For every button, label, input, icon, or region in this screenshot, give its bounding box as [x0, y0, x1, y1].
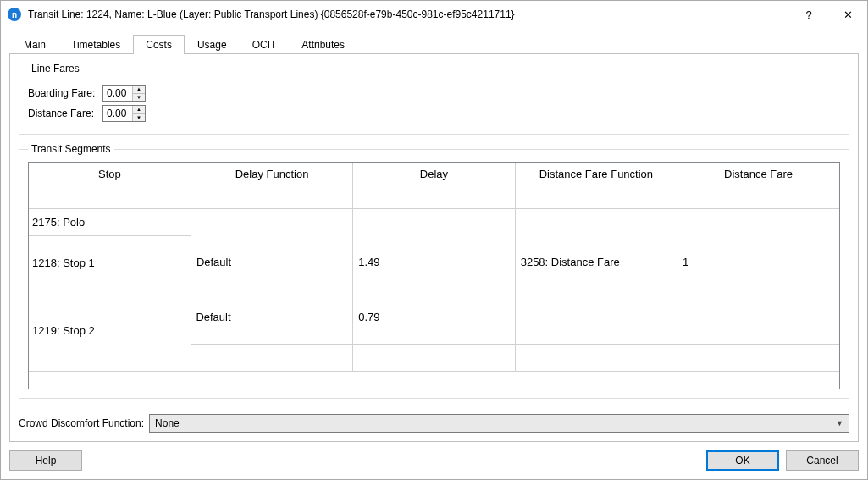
window-title: Transit Line: 1224, Name: L-Blue (Layer:…	[28, 8, 789, 20]
col-distance-fare[interactable]: Distance Fare	[677, 163, 839, 208]
delay-function-cell[interactable]	[191, 344, 352, 371]
delay-cell[interactable]: 0.79	[353, 290, 515, 344]
crowd-discomfort-row: Crowd Discomfort Function: None ▼	[19, 414, 849, 433]
distance-fare-function-cell[interactable]	[515, 290, 677, 344]
cancel-button[interactable]: Cancel	[786, 450, 859, 471]
segments-gap-cell	[191, 208, 352, 235]
segments-header-row: Stop Delay Function Delay Distance Fare …	[29, 163, 839, 208]
delay-function-cell[interactable]: Default	[191, 290, 352, 344]
distance-fare-function-cell[interactable]	[515, 344, 677, 371]
dialog-window: n Transit Line: 1224, Name: L-Blue (Laye…	[0, 0, 868, 480]
boarding-fare-row: Boarding Fare: ▲ ▼	[28, 85, 840, 102]
distance-fare-spinner[interactable]: ▲ ▼	[102, 105, 146, 122]
tab-main[interactable]: Main	[11, 35, 58, 54]
title-bar: n Transit Line: 1224, Name: L-Blue (Laye…	[1, 1, 867, 28]
delay-cell[interactable]: 1.49	[353, 235, 515, 290]
spin-up-icon[interactable]: ▲	[133, 106, 145, 114]
crowd-discomfort-select[interactable]: None ▼	[149, 414, 849, 433]
distance-fare-cell[interactable]	[677, 290, 839, 344]
app-icon: n	[8, 8, 21, 21]
client-area: Main Timetables Costs Usage OCIT Attribu…	[1, 28, 867, 479]
segments-table-container: Stop Delay Function Delay Distance Fare …	[28, 162, 840, 389]
boarding-fare-input[interactable]	[103, 86, 132, 101]
segments-gap-cell	[353, 208, 515, 235]
distance-fare-label: Distance Fare:	[28, 108, 99, 119]
distance-fare-function-cell[interactable]: 3258: Distance Fare	[515, 235, 677, 290]
titlebar-close-button[interactable]: ✕	[828, 1, 867, 28]
tab-attributes[interactable]: Attributes	[289, 35, 357, 54]
boarding-fare-spinner[interactable]: ▲ ▼	[102, 85, 146, 102]
segments-table: Stop Delay Function Delay Distance Fare …	[29, 163, 839, 372]
crowd-discomfort-value: None	[155, 417, 180, 429]
help-button[interactable]: Help	[9, 450, 82, 471]
segments-gap-cell	[515, 208, 677, 235]
spin-down-icon[interactable]: ▼	[133, 114, 145, 122]
chevron-down-icon: ▼	[836, 419, 843, 428]
transit-segments-group: Transit Segments Stop	[19, 143, 849, 399]
tab-timetables[interactable]: Timetables	[58, 35, 133, 54]
transit-segments-legend: Transit Segments	[28, 143, 114, 155]
col-distance-fare-function[interactable]: Distance Fare Function	[515, 163, 677, 208]
col-delay-function[interactable]: Delay Function	[191, 163, 352, 208]
tab-costs[interactable]: Costs	[133, 35, 185, 54]
stop-cell[interactable]: 1218: Stop 1	[29, 235, 191, 290]
delay-function-cell[interactable]: Default	[191, 235, 352, 290]
crowd-discomfort-label: Crowd Discomfort Function:	[19, 417, 144, 429]
tab-ocit[interactable]: OCIT	[240, 35, 290, 54]
delay-cell[interactable]	[353, 344, 515, 371]
col-stop[interactable]: Stop	[29, 163, 191, 208]
line-fares-legend: Line Fares	[28, 63, 83, 74]
tab-usage[interactable]: Usage	[185, 35, 240, 54]
col-delay[interactable]: Delay	[353, 163, 515, 208]
segments-gap-cell	[677, 208, 839, 235]
boarding-fare-steppers[interactable]: ▲ ▼	[132, 86, 145, 101]
titlebar-help-button[interactable]: ?	[789, 1, 828, 28]
distance-fare-input[interactable]	[103, 106, 132, 121]
distance-fare-steppers[interactable]: ▲ ▼	[132, 106, 145, 121]
distance-fare-row: Distance Fare: ▲ ▼	[28, 105, 840, 122]
dialog-button-row: Help OK Cancel	[9, 450, 859, 471]
ok-button[interactable]: OK	[706, 450, 779, 471]
distance-fare-cell[interactable]: 1	[677, 235, 839, 290]
spin-down-icon[interactable]: ▼	[133, 94, 145, 102]
boarding-fare-label: Boarding Fare:	[28, 87, 99, 99]
line-fares-group: Line Fares Boarding Fare: ▲ ▼ Distance F…	[19, 63, 849, 135]
distance-fare-cell[interactable]	[677, 344, 839, 371]
spin-up-icon[interactable]: ▲	[133, 86, 145, 94]
stop-cell[interactable]: 2175: Polo	[29, 208, 191, 235]
tab-panel-costs: Line Fares Boarding Fare: ▲ ▼ Distance F…	[9, 53, 859, 442]
stop-cell[interactable]: 1219: Stop 2	[29, 290, 191, 371]
tab-bar: Main Timetables Costs Usage OCIT Attribu…	[9, 33, 859, 53]
